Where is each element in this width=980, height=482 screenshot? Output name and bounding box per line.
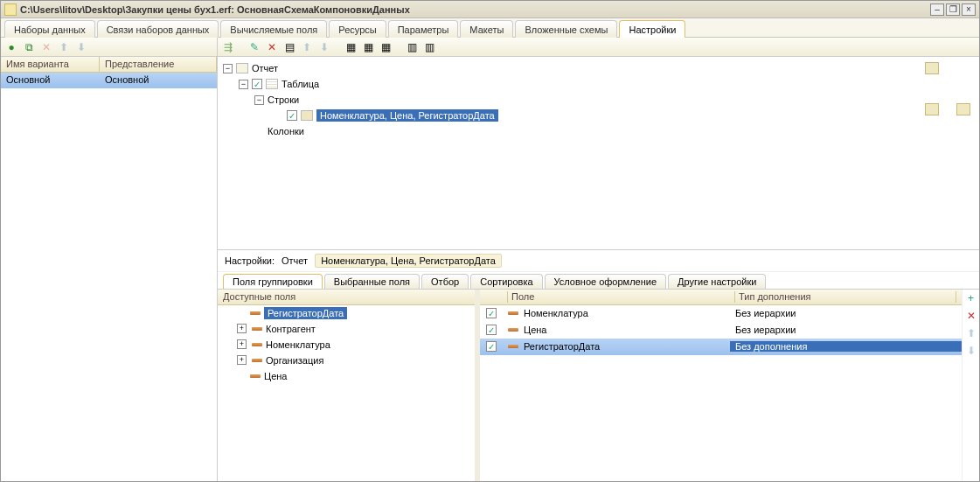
tab-settings[interactable]: Настройки [619, 20, 685, 38]
subtab-sort[interactable]: Сортировка [470, 274, 542, 289]
close-button[interactable]: × [962, 3, 976, 16]
del-icon[interactable]: ✕ [265, 40, 279, 54]
sub-tabs: Поля группировки Выбранные поля Отбор Со… [218, 272, 979, 290]
group-fields-grid: Поле Тип дополнения ✓НоменклатураБез иер… [480, 290, 962, 482]
path-seg1[interactable]: Отчет [281, 255, 308, 266]
col-variant-name[interactable]: Имя варианта [1, 57, 100, 72]
field-type: Без дополнения [730, 341, 962, 352]
subtab-filter[interactable]: Отбор [421, 274, 469, 289]
checkbox-icon[interactable]: ✓ [287, 110, 297, 121]
avail-item[interactable]: Цена [218, 368, 475, 384]
tab-calc[interactable]: Вычисляемые поля [220, 20, 327, 38]
field-row[interactable]: ✓НоменклатураБез иерархии [480, 305, 962, 322]
node-rows[interactable]: Строки [268, 94, 299, 105]
titlebar: C:\Users\litov\Desktop\Закупки цены бух1… [1, 1, 979, 18]
variant-repr: Основной [100, 73, 217, 88]
minimize-button[interactable]: – [930, 3, 944, 16]
checkbox-icon[interactable]: ✓ [486, 308, 497, 318]
path-seg2[interactable]: Номенклатура, Цена, РегистраторДата [315, 254, 502, 268]
cols-icon[interactable] [956, 103, 970, 115]
subtab-format[interactable]: Условное оформление [545, 274, 666, 289]
add-field-icon[interactable]: + [964, 291, 978, 305]
avail-item[interactable]: +Контрагент [218, 321, 475, 337]
delete-icon: ✕ [39, 40, 53, 54]
tree-icon[interactable]: ⇶ [221, 40, 235, 54]
tab-nested[interactable]: Вложенные схемы [515, 20, 617, 38]
avail-item[interactable]: +Номенклатура [218, 337, 475, 353]
restore-button[interactable]: ❐ [946, 3, 960, 16]
tool1-icon[interactable]: ▦ [344, 40, 358, 54]
node-report[interactable]: Отчет [252, 63, 278, 73]
props-icon[interactable]: ▤ [282, 40, 296, 54]
expand-icon[interactable]: − [239, 80, 248, 89]
edit-icon[interactable]: ✎ [247, 40, 261, 54]
cols-icon[interactable] [925, 62, 939, 74]
field-name: РегистраторДата [524, 341, 600, 352]
tab-datasets[interactable]: Наборы данных [4, 20, 95, 38]
tool3-icon[interactable]: ▦ [379, 40, 393, 54]
tab-links[interactable]: Связи наборов данных [97, 20, 219, 38]
checkbox-icon[interactable]: ✓ [252, 79, 262, 89]
node-cols[interactable]: Колонки [268, 126, 304, 136]
window-title: C:\Users\litov\Desktop\Закупки цены бух1… [20, 4, 928, 15]
settings-toolbar: ⇶ ✎ ✕ ▤ ⬆ ⬇ ▦ ▦ ▦ ▥ ▥ [218, 38, 979, 57]
variants-panel: ● ⧉ ✕ ⬆ ⬇ Имя варианта Представление Осн… [1, 38, 218, 481]
settings-path: Настройки: Отчет Номенклатура, Цена, Рег… [218, 250, 979, 272]
subtab-groupfields[interactable]: Поля группировки [223, 274, 323, 289]
cols-icon[interactable] [925, 103, 939, 115]
expand-icon[interactable]: + [237, 339, 247, 349]
del-field-icon[interactable]: ✕ [964, 309, 978, 323]
mup-icon: ⬆ [300, 40, 314, 54]
copy-icon[interactable]: ⧉ [22, 40, 36, 54]
col-field[interactable]: Поле [508, 291, 735, 303]
tool5-icon[interactable]: ▥ [422, 40, 436, 54]
avail-label: Цена [264, 371, 287, 381]
up-icon: ⬆ [57, 40, 71, 54]
field-toolbar: + ✕ ⬆ ⬇ [962, 290, 979, 482]
tool2-icon[interactable]: ▦ [361, 40, 375, 54]
table-icon [266, 79, 278, 89]
tab-layouts[interactable]: Макеты [460, 20, 513, 38]
field-icon [508, 345, 518, 348]
expand-icon[interactable]: + [237, 324, 247, 333]
checkbox-icon[interactable]: ✓ [486, 341, 497, 352]
app-icon [4, 3, 17, 16]
expand-icon[interactable]: + [237, 355, 247, 365]
down-field-icon: ⬇ [964, 344, 978, 358]
field-icon [250, 374, 261, 378]
add-icon[interactable]: ● [4, 40, 18, 54]
node-grouping[interactable]: Номенклатура, Цена, РегистраторДата [316, 109, 498, 122]
avail-item[interactable]: +Организация [218, 353, 475, 368]
checkbox-icon[interactable]: ✓ [486, 325, 497, 335]
field-icon [508, 328, 518, 332]
field-row[interactable]: ✓ЦенаБез иерархии [480, 322, 962, 339]
tab-resources[interactable]: Ресурсы [329, 20, 386, 38]
variant-row[interactable]: Основной Основной [1, 73, 217, 88]
field-type: Без иерархии [730, 308, 962, 318]
col-check[interactable] [485, 291, 508, 303]
available-fields: Доступные поля РегистраторДата+Контраген… [218, 290, 480, 482]
subtab-selected[interactable]: Выбранные поля [324, 274, 420, 289]
subtab-other[interactable]: Другие настройки [668, 274, 766, 289]
field-name: Номенклатура [524, 308, 588, 318]
report-icon [236, 63, 248, 73]
group-icon [301, 110, 313, 121]
down-icon: ⬇ [74, 40, 88, 54]
field-icon [252, 343, 262, 346]
field-icon [508, 311, 518, 315]
field-row[interactable]: ✓РегистраторДатаБез дополнения [480, 339, 962, 355]
avail-item[interactable]: РегистраторДата [218, 305, 475, 321]
col-type[interactable]: Тип дополнения [735, 291, 956, 303]
expand-icon[interactable]: − [254, 95, 264, 105]
tab-params[interactable]: Параметры [388, 20, 459, 38]
expand-icon[interactable]: − [223, 64, 233, 73]
node-table[interactable]: Таблица [281, 79, 319, 89]
tool4-icon[interactable]: ▥ [405, 40, 419, 54]
avail-label: РегистраторДата [264, 307, 347, 319]
col-variant-repr[interactable]: Представление [100, 57, 217, 72]
main-tabs: Наборы данных Связи наборов данных Вычис… [1, 18, 979, 38]
field-icon [252, 327, 262, 331]
variant-name: Основной [1, 73, 100, 88]
field-type: Без иерархии [730, 325, 962, 335]
field-name: Цена [524, 325, 546, 335]
